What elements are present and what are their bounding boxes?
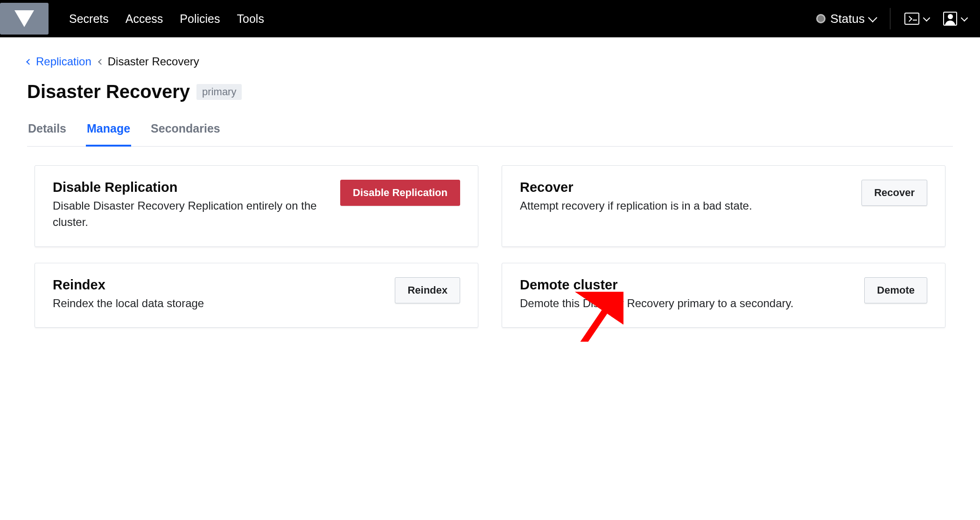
nav-right: Status <box>816 8 967 29</box>
nav-link-secrets[interactable]: Secrets <box>69 12 109 26</box>
page-content: Replication Disaster Recovery Disaster R… <box>0 37 980 342</box>
console-menu[interactable] <box>904 13 929 25</box>
disable-replication-button[interactable]: Disable Replication <box>340 180 460 206</box>
card-recover: Recover Attempt recovery if replication … <box>502 165 945 247</box>
breadcrumb-current-label: Disaster Recovery <box>108 55 199 68</box>
reindex-button[interactable]: Reindex <box>395 277 460 303</box>
nav-divider <box>890 8 890 29</box>
vault-logo[interactable] <box>0 3 49 35</box>
status-badge: primary <box>196 84 242 100</box>
card-desc: Reindex the local data storage <box>53 295 384 312</box>
tab-secondaries[interactable]: Secondaries <box>150 116 221 147</box>
terminal-icon <box>904 13 919 25</box>
vault-logo-icon <box>14 10 34 27</box>
card-desc: Demote this Disaster Recovery primary to… <box>520 295 853 312</box>
status-label: Status <box>830 12 865 26</box>
card-demote-cluster: Demote cluster Demote this Disaster Reco… <box>502 263 945 328</box>
demote-button[interactable]: Demote <box>864 277 927 303</box>
chevron-down-icon <box>961 14 968 22</box>
nav-link-policies[interactable]: Policies <box>180 12 220 26</box>
nav-links: Secrets Access Policies Tools <box>69 12 264 26</box>
card-disable-replication: Disable Replication Disable Disaster Rec… <box>35 165 478 247</box>
chevron-left-icon <box>26 59 32 65</box>
recover-button[interactable]: Recover <box>861 180 927 206</box>
status-indicator-icon <box>816 14 826 23</box>
title-row: Disaster Recovery primary <box>27 81 953 102</box>
status-menu[interactable]: Status <box>816 12 876 26</box>
breadcrumb-current: Disaster Recovery <box>99 55 199 68</box>
card-title: Recover <box>520 180 850 195</box>
card-desc: Disable Disaster Recovery Replication en… <box>53 198 329 231</box>
card-desc: Attempt recovery if replication is in a … <box>520 198 850 214</box>
breadcrumb-parent-link[interactable]: Replication <box>27 55 91 68</box>
chevron-left-icon <box>98 59 104 65</box>
chevron-down-icon <box>923 14 931 22</box>
tab-manage[interactable]: Manage <box>86 116 131 147</box>
cards-grid: Disable Replication Disable Disaster Rec… <box>35 165 945 328</box>
card-title: Reindex <box>53 277 384 293</box>
tab-details[interactable]: Details <box>27 116 67 147</box>
breadcrumb: Replication Disaster Recovery <box>27 55 953 68</box>
breadcrumb-parent-label: Replication <box>36 55 91 68</box>
nav-link-access[interactable]: Access <box>126 12 163 26</box>
card-reindex: Reindex Reindex the local data storage R… <box>35 263 478 328</box>
chevron-down-icon <box>868 13 877 22</box>
user-menu[interactable] <box>943 12 967 26</box>
card-title: Disable Replication <box>53 180 329 195</box>
nav-link-tools[interactable]: Tools <box>237 12 264 26</box>
tabs: Details Manage Secondaries <box>27 116 953 147</box>
top-navbar: Secrets Access Policies Tools Status <box>0 0 980 37</box>
card-title: Demote cluster <box>520 277 853 293</box>
user-icon <box>943 12 957 26</box>
page-title: Disaster Recovery <box>27 81 190 102</box>
